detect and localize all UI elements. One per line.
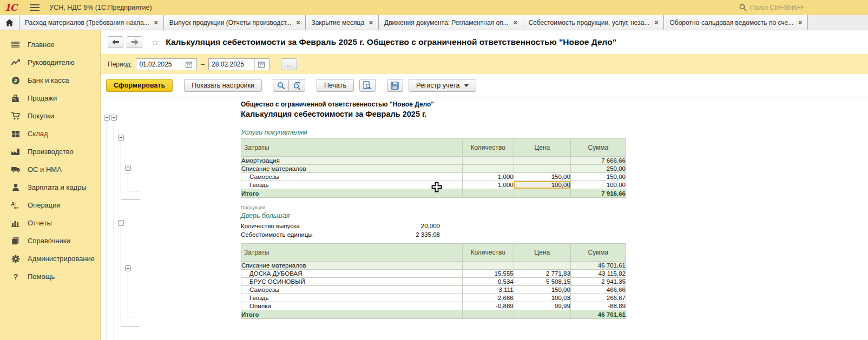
cell-qty[interactable]	[462, 262, 514, 270]
document-tab[interactable]: Выпуск продукции (Отчеты производст...×	[164, 15, 306, 30]
document-tab[interactable]: Расход материалов (Требования-накла...×	[19, 15, 164, 30]
column-header[interactable]: Цена	[514, 244, 570, 262]
outline-collapse-button[interactable]	[125, 265, 131, 271]
cell-qty[interactable]: 2,666	[462, 294, 514, 302]
sidebar-item-главное[interactable]: Главное	[0, 36, 100, 54]
cell-price[interactable]	[514, 157, 570, 165]
cell-sum[interactable]: 46 701,61	[570, 262, 626, 270]
cell-qty[interactable]	[462, 157, 514, 165]
cell-sum[interactable]: 266,67	[570, 294, 626, 302]
column-header[interactable]: Затраты	[241, 139, 463, 157]
cell-sum[interactable]: 2 941,35	[570, 278, 626, 286]
show-settings-button[interactable]: Показать настройки	[184, 79, 262, 92]
cell-sum[interactable]: 43 115,82	[570, 270, 626, 278]
column-header[interactable]: Затраты	[241, 244, 463, 262]
cell-name[interactable]: Гвоздь	[241, 294, 463, 302]
sidebar-item-склад[interactable]: Склад	[0, 125, 100, 143]
cell-name[interactable]: Итого	[241, 189, 463, 198]
find-next-button[interactable]	[289, 79, 305, 92]
cell-price[interactable]	[514, 262, 570, 270]
document-tab[interactable]: Себестоимость продукции, услуг, неза...×	[523, 15, 665, 30]
cell-price[interactable]: 150,00	[514, 286, 570, 294]
cell-price[interactable]: 100,03	[514, 294, 570, 302]
forward-button[interactable]	[127, 36, 142, 48]
sidebar-item-операции[interactable]: ДтКтОперации	[0, 196, 100, 214]
cell-price-selected[interactable]: 100,00	[514, 181, 570, 189]
column-header[interactable]: Количество	[462, 244, 514, 262]
cell-sum[interactable]: 7 666,66	[570, 157, 626, 165]
print-preview-button[interactable]	[359, 79, 376, 92]
cell-name[interactable]: Списание материалов	[241, 262, 463, 270]
sidebar-item-ос-и-нма[interactable]: ОС и НМА	[0, 161, 100, 178]
cell-qty[interactable]: 15,555	[462, 270, 514, 278]
cell-qty[interactable]: 1,000	[462, 181, 514, 189]
period-from-field[interactable]	[136, 58, 197, 70]
cell-name[interactable]: Гвоздь	[241, 181, 463, 189]
cell-price[interactable]: 150,00	[514, 173, 570, 181]
column-header[interactable]: Сумма	[570, 244, 626, 262]
cell-price[interactable]	[514, 165, 570, 173]
outline-collapse-button[interactable]	[118, 135, 124, 141]
sidebar-item-справочники[interactable]: Справочники	[0, 232, 100, 250]
sidebar-item-помощь[interactable]: ?Помощь	[0, 268, 100, 285]
period-to-field[interactable]	[208, 58, 269, 70]
period-to-input[interactable]	[209, 61, 254, 68]
cell-name[interactable]: Итого	[241, 310, 463, 319]
cell-sum[interactable]: 46 701,61	[570, 310, 626, 319]
cell-sum[interactable]: 7 916,66	[570, 189, 626, 198]
back-button[interactable]	[108, 36, 123, 48]
close-icon[interactable]: ×	[369, 19, 373, 26]
column-header[interactable]: Количество	[462, 139, 514, 157]
cell-qty[interactable]: -0,889	[462, 302, 514, 310]
sidebar-item-отчеты[interactable]: Отчеты	[0, 214, 100, 232]
outline-collapse-button[interactable]	[118, 220, 124, 226]
cell-sum[interactable]: 150,00	[570, 173, 626, 181]
outline-collapse-button[interactable]	[111, 115, 117, 121]
period-more-button[interactable]: ...	[281, 58, 297, 70]
cell-qty[interactable]: 1,000	[462, 173, 514, 181]
sidebar-item-зарплата-и-кадры[interactable]: Зарплата и кадры	[0, 178, 100, 196]
cell-name[interactable]: ДОСКА ДУБОВАЯ	[241, 270, 463, 278]
close-icon[interactable]: ×	[154, 19, 158, 26]
document-tab[interactable]: Закрытие месяца×	[306, 15, 379, 30]
print-button[interactable]: Печать	[317, 79, 354, 92]
calendar-icon[interactable]	[254, 59, 267, 70]
save-button[interactable]	[387, 79, 403, 92]
cell-name[interactable]: Списание материалов	[241, 165, 463, 173]
sidebar-item-банк-и-касса[interactable]: ₽Банк и касса	[0, 71, 100, 89]
cell-qty[interactable]	[462, 189, 514, 198]
cell-price[interactable]: 2 771,83	[514, 270, 570, 278]
close-icon[interactable]: ×	[798, 19, 802, 26]
cell-qty[interactable]	[462, 165, 514, 173]
sidebar-item-покупки[interactable]: Покупки	[0, 107, 100, 125]
main-menu-icon[interactable]	[30, 4, 40, 11]
cell-sum[interactable]: 100,00	[570, 181, 626, 189]
home-tab[interactable]	[0, 15, 19, 30]
outline-collapse-button[interactable]	[125, 165, 131, 171]
global-search[interactable]: Поиск Ctrl+Shift+F	[739, 4, 864, 11]
cell-price[interactable]	[514, 310, 570, 319]
cell-price[interactable]	[514, 189, 570, 198]
cell-price[interactable]: 99,99	[514, 302, 570, 310]
sidebar-item-производство[interactable]: Производство	[0, 143, 100, 161]
document-tab[interactable]: Оборотно-сальдовая ведомость по сче...×	[664, 15, 808, 30]
cell-name[interactable]: Саморезы	[241, 286, 463, 294]
cell-sum[interactable]: 466,66	[570, 286, 626, 294]
document-tab[interactable]: Движения документа: Регламентная оп...×	[379, 15, 523, 30]
cell-qty[interactable]	[462, 310, 514, 319]
cell-qty[interactable]: 3,111	[462, 286, 514, 294]
outline-collapse-button[interactable]	[104, 115, 110, 121]
cell-name[interactable]: БРУС ОСИНОВЫЙ	[241, 278, 463, 286]
column-header[interactable]: Сумма	[570, 139, 626, 157]
sidebar-item-продажи[interactable]: Продажи	[0, 89, 100, 107]
cell-name[interactable]: Опилки	[241, 302, 463, 310]
find-button[interactable]	[273, 79, 289, 92]
close-icon[interactable]: ×	[514, 19, 517, 26]
cell-name[interactable]: Саморезы	[241, 173, 463, 181]
generate-button[interactable]: Сформировать	[106, 79, 173, 92]
calendar-icon[interactable]	[182, 59, 195, 70]
cell-qty[interactable]: 0,534	[462, 278, 514, 286]
cell-sum[interactable]: -88,89	[570, 302, 626, 310]
star-icon[interactable]: ☆	[151, 37, 159, 48]
period-from-input[interactable]	[136, 61, 182, 68]
